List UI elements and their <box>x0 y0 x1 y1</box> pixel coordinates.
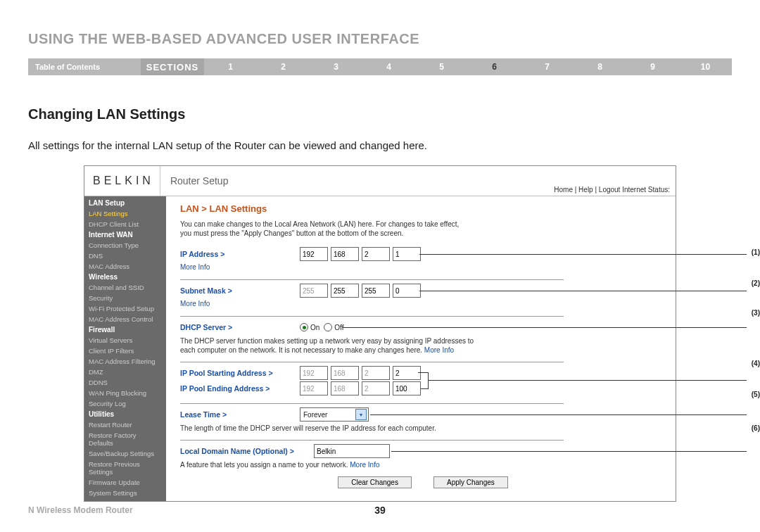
sidebar-item[interactable]: WAN Ping Blocking <box>84 388 166 398</box>
subnet-oct-3[interactable] <box>362 284 390 298</box>
callout-4: (4) <box>752 360 760 367</box>
router-setup-label: Router Setup <box>160 175 229 186</box>
page-title: USING THE WEB-BASED ADVANCED USER INTERF… <box>28 31 732 47</box>
dhcp-on-radio[interactable]: On <box>300 323 319 331</box>
breadcrumb: LAN > LAN Settings <box>180 203 666 214</box>
sidebar-item[interactable]: Firmware Update <box>84 477 166 488</box>
sidebar: LAN SetupLAN SettingsDHCP Client ListInt… <box>84 196 166 501</box>
callout-6: (6) <box>752 424 760 432</box>
footer-product: N Wireless Modem Router <box>28 505 133 515</box>
sidebar-category: Wireless <box>84 272 166 282</box>
ip-oct-4[interactable] <box>393 247 421 261</box>
ip-oct-2[interactable] <box>331 247 359 261</box>
pool-start-4[interactable] <box>393 366 421 380</box>
sidebar-item[interactable]: MAC Address <box>84 261 166 272</box>
toc-link[interactable]: Table of Contents <box>28 63 141 71</box>
radio-off-icon <box>324 323 332 331</box>
sidebar-item[interactable]: Restart Router <box>84 419 166 430</box>
lease-select[interactable]: Forever ▾ <box>300 407 369 422</box>
more-info-link[interactable]: More Info <box>180 263 666 271</box>
sidebar-category: LAN Setup <box>84 198 166 208</box>
more-info-link[interactable]: More Info <box>424 346 454 354</box>
section-nav: Table of Contents SECTIONS 12345678910 <box>28 58 732 75</box>
sidebar-item[interactable]: Connection Type <box>84 240 166 251</box>
section-link-3[interactable]: 3 <box>310 62 362 72</box>
subnet-oct-4[interactable] <box>393 284 421 298</box>
radio-on-icon <box>300 323 308 331</box>
sidebar-item[interactable]: Wi-Fi Protected Setup <box>84 303 166 314</box>
callout-2: (2) <box>752 279 760 287</box>
sidebar-item[interactable]: Security <box>84 293 166 303</box>
chevron-down-icon: ▾ <box>355 409 367 420</box>
section-link-9[interactable]: 9 <box>626 62 679 72</box>
intro-text: You can make changes to the Local Area N… <box>180 220 462 238</box>
main-panel: LAN > LAN Settings You can make changes … <box>166 196 676 501</box>
callout-1: (1) <box>752 248 760 256</box>
subnet-oct-1[interactable] <box>300 284 328 298</box>
sidebar-item[interactable]: MAC Address Control <box>84 314 166 324</box>
sidebar-item[interactable]: Save/Backup Settings <box>84 448 166 459</box>
belkin-logo: BELKIN <box>84 166 160 196</box>
sidebar-item[interactable]: DHCP Client List <box>84 219 166 229</box>
section-link-5[interactable]: 5 <box>415 62 468 72</box>
sidebar-category: Utilities <box>84 409 166 419</box>
pool-end-1 <box>300 381 328 395</box>
section-link-4[interactable]: 4 <box>362 62 415 72</box>
sidebar-item[interactable]: DMZ <box>84 367 166 377</box>
section-link-7[interactable]: 7 <box>521 62 574 72</box>
callout-3: (3) <box>752 309 760 317</box>
lease-label[interactable]: Lease Time > <box>180 410 300 419</box>
lease-note: The length of time the DHCP server will … <box>180 424 666 433</box>
sidebar-item[interactable]: DNS <box>84 251 166 261</box>
section-link-2[interactable]: 2 <box>257 62 310 72</box>
clear-changes-button[interactable]: Clear Changes <box>338 476 412 488</box>
sidebar-category: Internet WAN <box>84 229 166 240</box>
callout-5: (5) <box>752 391 760 398</box>
body-text: All settings for the internal LAN setup … <box>28 139 732 151</box>
dhcp-label[interactable]: DHCP Server > <box>180 323 300 331</box>
page-number: 39 <box>374 505 386 516</box>
section-heading: Changing LAN Settings <box>28 106 732 122</box>
ip-oct-1[interactable] <box>300 247 328 261</box>
sidebar-item[interactable]: System Settings <box>84 488 166 498</box>
domain-label[interactable]: Local Domain Name (Optional) > <box>180 447 314 455</box>
section-link-1[interactable]: 1 <box>204 62 257 72</box>
pool-start-2 <box>331 366 359 380</box>
sidebar-item[interactable]: Security Log <box>84 398 166 409</box>
sidebar-item[interactable]: LAN Settings <box>84 208 166 219</box>
dhcp-note: The DHCP server function makes setting u… <box>180 336 483 355</box>
subnet-oct-2[interactable] <box>331 284 359 298</box>
ip-address-label[interactable]: IP Address > <box>180 250 300 258</box>
sidebar-item[interactable]: Restore Previous Settings <box>84 459 166 477</box>
dhcp-off-radio[interactable]: Off <box>324 323 343 331</box>
pool-start-3 <box>362 366 390 380</box>
pool-end-3 <box>362 381 390 395</box>
more-info-link[interactable]: More Info <box>350 461 379 469</box>
subnet-label[interactable]: Subnet Mask > <box>180 286 300 295</box>
sidebar-category: Firewall <box>84 324 166 335</box>
sections-label: SECTIONS <box>141 58 204 75</box>
pool-end-label[interactable]: IP Pool Ending Address > <box>180 384 300 393</box>
sidebar-item[interactable]: Client IP Filters <box>84 346 166 356</box>
ip-oct-3[interactable] <box>362 247 390 261</box>
sidebar-item[interactable]: MAC Address Filtering <box>84 356 166 367</box>
section-link-8[interactable]: 8 <box>574 62 626 72</box>
pool-end-4[interactable] <box>393 381 421 395</box>
domain-input[interactable] <box>314 444 390 458</box>
apply-changes-button[interactable]: Apply Changes <box>433 476 508 488</box>
sidebar-item[interactable]: DDNS <box>84 377 166 388</box>
pool-end-2 <box>331 381 359 395</box>
pool-start-1 <box>300 366 328 380</box>
pool-start-label[interactable]: IP Pool Starting Address > <box>180 369 300 377</box>
section-link-6[interactable]: 6 <box>468 62 521 72</box>
section-link-10[interactable]: 10 <box>679 62 732 72</box>
domain-note: A feature that lets you assign a name to… <box>180 460 666 469</box>
sidebar-item[interactable]: Restore Factory Defaults <box>84 430 166 448</box>
sidebar-item[interactable]: Virtual Servers <box>84 335 166 346</box>
router-ui-screenshot: BELKIN Router Setup Home | Help | Logout… <box>84 165 676 502</box>
sidebar-item[interactable]: Channel and SSID <box>84 282 166 293</box>
top-links[interactable]: Home | Help | Logout Internet Status: <box>554 186 670 194</box>
more-info-link[interactable]: More Info <box>180 300 666 308</box>
